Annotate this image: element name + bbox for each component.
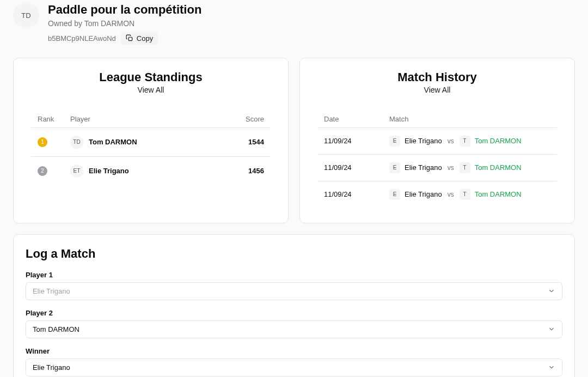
player2-group: Player 2 Tom DARMON — [26, 309, 562, 338]
date-cell: 11/09/24 — [324, 190, 389, 198]
log-match-title: Log a Match — [26, 247, 562, 261]
history-header-row: Date Match — [317, 111, 557, 127]
chevron-down-icon — [548, 287, 555, 295]
chevron-down-icon — [548, 363, 555, 371]
player1-avatar: E — [389, 162, 400, 173]
player-cell: ET Elie Trigano — [70, 165, 231, 178]
player2-avatar: T — [460, 189, 470, 200]
rank-cell: 1 — [38, 137, 70, 147]
player1-avatar: E — [389, 189, 400, 200]
date-cell: 11/09/24 — [324, 163, 389, 172]
date-cell: 11/09/24 — [324, 137, 389, 145]
player1-value: Elie Trigano — [33, 287, 70, 295]
svg-rect-0 — [128, 37, 132, 40]
standings-table: Rank Player Score 1 TD Tom DARMON 1544 2 — [31, 111, 271, 185]
table-row: 11/09/24 E Elie Trigano vs T Tom DARMON — [317, 154, 557, 181]
player1-avatar: E — [389, 136, 400, 147]
player-cell: TD Tom DARMON — [70, 136, 231, 149]
table-row: 2 ET Elie Trigano 1456 — [31, 156, 271, 185]
copy-icon — [126, 34, 133, 42]
page-title: Paddle pour la compétition — [48, 2, 201, 18]
player2-value: Tom DARMON — [33, 325, 79, 333]
table-row: 1 TD Tom DARMON 1544 — [31, 127, 271, 156]
page-header: TD Paddle pour la compétition Owned by T… — [13, 0, 575, 53]
match-cell: E Elie Trigano vs T Tom DARMON — [389, 162, 550, 173]
player2-label: Player 2 — [26, 309, 562, 317]
player-avatar: ET — [70, 165, 83, 178]
league-id: b5BMCp9NLEAwoNd — [48, 34, 116, 42]
vs-label: vs — [448, 191, 454, 198]
vs-label: vs — [448, 164, 454, 172]
score-cell: 1544 — [231, 138, 264, 146]
copy-button[interactable]: Copy — [120, 32, 158, 45]
player-name: Elie Trigano — [89, 167, 129, 175]
col-date-header: Date — [324, 115, 389, 123]
winner-value: Elie Trigano — [33, 363, 70, 372]
player-avatar: TD — [70, 136, 83, 149]
player1-label: Player 1 — [26, 271, 562, 279]
player1-select[interactable]: Elie Trigano — [26, 282, 562, 300]
col-rank-header: Rank — [38, 115, 70, 123]
col-player-header: Player — [70, 115, 231, 123]
standings-title: League Standings — [31, 70, 271, 84]
league-id-row: b5BMCp9NLEAwoNd Copy — [48, 32, 201, 45]
log-match-card: Log a Match Player 1 Elie Trigano Player… — [13, 234, 575, 377]
player2-name: Tom DARMON — [475, 137, 522, 145]
history-card: Match History View All Date Match 11/09/… — [299, 58, 575, 223]
standings-view-all[interactable]: View All — [31, 86, 271, 94]
match-cell: E Elie Trigano vs T Tom DARMON — [389, 136, 550, 147]
player1-name: Elie Trigano — [405, 137, 442, 145]
owned-by-text: Owned by Tom DARMON — [48, 19, 201, 28]
player-name: Tom DARMON — [89, 138, 137, 146]
history-view-all[interactable]: View All — [317, 86, 557, 94]
player1-group: Player 1 Elie Trigano — [26, 271, 562, 300]
player2-avatar: T — [460, 162, 470, 173]
winner-select[interactable]: Elie Trigano — [26, 358, 562, 376]
player1-name: Elie Trigano — [405, 190, 442, 198]
winner-group: Winner Elie Trigano — [26, 347, 562, 376]
player2-avatar: T — [460, 136, 470, 147]
history-title: Match History — [317, 70, 557, 84]
history-table: Date Match 11/09/24 E Elie Trigano vs T … — [317, 111, 557, 208]
player1-name: Elie Trigano — [405, 163, 442, 172]
owner-avatar: TD — [13, 2, 39, 28]
header-info: Paddle pour la compétition Owned by Tom … — [48, 2, 201, 45]
vs-label: vs — [448, 137, 454, 145]
standings-header-row: Rank Player Score — [31, 111, 271, 127]
rank-badge: 2 — [38, 166, 47, 176]
cards-row: League Standings View All Rank Player Sc… — [13, 58, 575, 223]
standings-card: League Standings View All Rank Player Sc… — [13, 58, 289, 223]
col-match-header: Match — [389, 115, 550, 123]
chevron-down-icon — [548, 325, 555, 333]
winner-label: Winner — [26, 347, 562, 355]
rank-badge: 1 — [38, 137, 47, 147]
copy-label: Copy — [137, 34, 153, 42]
table-row: 11/09/24 E Elie Trigano vs T Tom DARMON — [317, 181, 557, 208]
score-cell: 1456 — [231, 167, 264, 175]
player2-name: Tom DARMON — [475, 190, 522, 198]
rank-cell: 2 — [38, 166, 70, 176]
player2-select[interactable]: Tom DARMON — [26, 320, 562, 338]
table-row: 11/09/24 E Elie Trigano vs T Tom DARMON — [317, 127, 557, 154]
col-score-header: Score — [231, 115, 264, 123]
player2-name: Tom DARMON — [475, 163, 522, 172]
match-cell: E Elie Trigano vs T Tom DARMON — [389, 189, 550, 200]
